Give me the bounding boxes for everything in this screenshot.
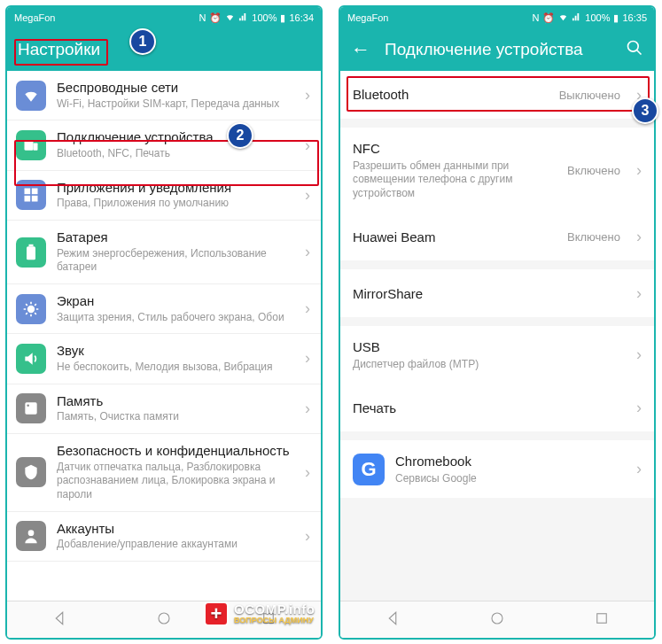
row-text: Bluetooth xyxy=(353,86,549,104)
phone-left-screenshot: MegaFon N ⏰ 100% ▮ 16:34 Настройки Беспр… xyxy=(5,5,323,640)
settings-row-connections[interactable]: Подключение устройстваBluetooth, NFC, Пе… xyxy=(7,120,321,170)
row-text: Подключение устройстваBluetooth, NFC, Пе… xyxy=(57,129,294,160)
nav-back-icon[interactable] xyxy=(385,610,401,630)
connection-row-mirrorshare[interactable]: MirrorShare› xyxy=(340,269,654,317)
phone-right-screenshot: MegaFon N ⏰ 100% ▮ 16:35 ← Подключение у… xyxy=(339,5,656,640)
row-subtitle: Wi-Fi, Настройки SIM-карт, Передача данн… xyxy=(57,97,294,112)
row-title: Звук xyxy=(57,343,294,360)
svg-point-11 xyxy=(28,531,35,537)
chevron-right-icon: › xyxy=(636,161,642,180)
wifi-icon xyxy=(225,12,235,24)
svg-point-12 xyxy=(159,613,169,624)
connection-row-bluetooth[interactable]: BluetoothВыключено› xyxy=(340,71,654,119)
settings-row-apps[interactable]: Приложения и уведомленияПрава, Приложени… xyxy=(7,171,321,221)
svg-point-15 xyxy=(492,613,502,624)
row-title: Huawei Beam xyxy=(353,229,557,246)
chevron-right-icon: › xyxy=(305,136,310,155)
row-subtitle: Защита зрения, Стиль рабочего экрана, Об… xyxy=(57,311,294,325)
row-subtitle: Права, Приложения по умолчанию xyxy=(57,197,294,211)
time-label: 16:34 xyxy=(289,12,314,23)
annotation-badge-1: 1 xyxy=(129,28,156,55)
back-icon[interactable]: ← xyxy=(351,38,370,61)
row-subtitle: Датчик отпечатка пальца, Разблокировка р… xyxy=(57,461,294,502)
nfc-icon: N xyxy=(532,12,539,23)
chevron-right-icon: › xyxy=(636,399,642,417)
chevron-right-icon: › xyxy=(636,345,642,364)
svg-rect-13 xyxy=(264,613,274,623)
chevron-right-icon: › xyxy=(305,349,310,368)
row-text: ChromebookСервисы Google xyxy=(395,453,626,485)
row-title: Память xyxy=(57,393,294,410)
svg-rect-4 xyxy=(25,196,31,202)
nav-home-icon[interactable] xyxy=(489,610,505,630)
connection-row-nfc[interactable]: NFCРазрешить обмен данными при совмещени… xyxy=(340,128,654,213)
nav-home-icon[interactable] xyxy=(156,610,172,630)
svg-rect-1 xyxy=(34,144,38,151)
connection-row-print[interactable]: Печать› xyxy=(340,384,654,431)
apps-icon xyxy=(16,180,46,210)
section-divider xyxy=(340,431,654,440)
settings-row-battery[interactable]: БатареяРежим энергосбережения, Использов… xyxy=(7,221,321,284)
connection-row-huawei-beam[interactable]: Huawei BeamВключено› xyxy=(340,213,654,260)
row-value: Включено xyxy=(567,230,620,244)
row-text: NFCРазрешить обмен данными при совмещени… xyxy=(353,140,557,200)
sound-icon xyxy=(16,344,46,374)
svg-rect-2 xyxy=(25,189,31,195)
connection-row-usb[interactable]: USBДиспетчер файлов (MTP)› xyxy=(340,326,654,384)
battery-icon: ▮ xyxy=(280,12,285,24)
connection-row-chromebook[interactable]: GChromebookСервисы Google› xyxy=(340,440,654,498)
battery-label: 100% xyxy=(252,12,276,23)
row-subtitle: Диспетчер файлов (MTP) xyxy=(353,358,539,372)
wifi-icon xyxy=(16,81,46,111)
statusbar: MegaFon N ⏰ 100% ▮ 16:35 xyxy=(340,7,654,28)
settings-row-wireless[interactable]: Беспроводные сетиWi-Fi, Настройки SIM-ка… xyxy=(7,71,321,120)
svg-point-10 xyxy=(27,405,29,407)
chevron-right-icon: › xyxy=(305,527,310,546)
annotation-badge-3: 3 xyxy=(632,97,658,124)
settings-list[interactable]: Беспроводные сетиWi-Fi, Настройки SIM-ка… xyxy=(7,71,321,601)
row-subtitle: Память, Очистка памяти xyxy=(57,410,294,424)
carrier-label: MegaFon xyxy=(347,12,388,23)
signal-icon xyxy=(238,12,248,24)
chevron-right-icon: › xyxy=(305,400,310,418)
row-title: Chromebook xyxy=(395,453,626,470)
svg-rect-3 xyxy=(32,189,38,195)
nav-back-icon[interactable] xyxy=(51,610,67,630)
row-subtitle: Разрешить обмен данными при совмещении т… xyxy=(353,159,539,201)
accounts-icon xyxy=(16,521,46,551)
chevron-right-icon: › xyxy=(305,299,310,318)
row-text: БатареяРежим энергосбережения, Использов… xyxy=(57,229,294,275)
status-icons: N ⏰ 100% ▮ 16:34 xyxy=(199,12,314,24)
system-navbar xyxy=(7,601,321,638)
row-text: ПамятьПамять, Очистка памяти xyxy=(57,393,294,424)
carrier-label: MegaFon xyxy=(14,12,55,23)
nav-recent-icon[interactable] xyxy=(261,610,276,630)
connections-list[interactable]: BluetoothВыключено›NFCРазрешить обмен да… xyxy=(340,71,654,601)
chevron-right-icon: › xyxy=(305,186,310,205)
devices-icon xyxy=(16,130,46,160)
row-subtitle: Сервисы Google xyxy=(395,472,581,486)
display-icon xyxy=(16,294,46,324)
settings-row-security[interactable]: Безопасность и конфиденциальностьДатчик … xyxy=(7,434,321,512)
nav-recent-icon[interactable] xyxy=(594,610,610,630)
row-title: Bluetooth xyxy=(353,86,549,104)
row-text: Безопасность и конфиденциальностьДатчик … xyxy=(57,443,294,502)
search-icon[interactable] xyxy=(626,39,643,61)
settings-row-sound[interactable]: ЗвукНе беспокоить, Мелодия вызова, Вибра… xyxy=(7,334,321,384)
svg-rect-7 xyxy=(29,244,34,246)
wifi-icon xyxy=(558,12,568,24)
status-icons: N ⏰ 100% ▮ 16:35 xyxy=(532,12,647,24)
alarm-icon: ⏰ xyxy=(209,12,222,24)
storage-icon xyxy=(16,393,46,423)
settings-row-storage[interactable]: ПамятьПамять, Очистка памяти› xyxy=(7,384,321,434)
row-text: ЗвукНе беспокоить, Мелодия вызова, Вибра… xyxy=(57,343,294,374)
chevron-right-icon: › xyxy=(636,460,642,478)
row-subtitle: Режим энергосбережения, Использование ба… xyxy=(57,247,294,275)
settings-row-display[interactable]: ЭкранЗащита зрения, Стиль рабочего экран… xyxy=(7,284,321,334)
row-text: АккаунтыДобавление/управление аккаунтами xyxy=(57,521,294,552)
settings-row-accounts[interactable]: АккаунтыДобавление/управление аккаунтами… xyxy=(7,512,321,562)
svg-rect-9 xyxy=(25,403,36,415)
chevron-right-icon: › xyxy=(305,86,310,105)
svg-rect-5 xyxy=(32,196,38,202)
row-subtitle: Не беспокоить, Мелодия вызова, Вибрация xyxy=(57,361,294,375)
